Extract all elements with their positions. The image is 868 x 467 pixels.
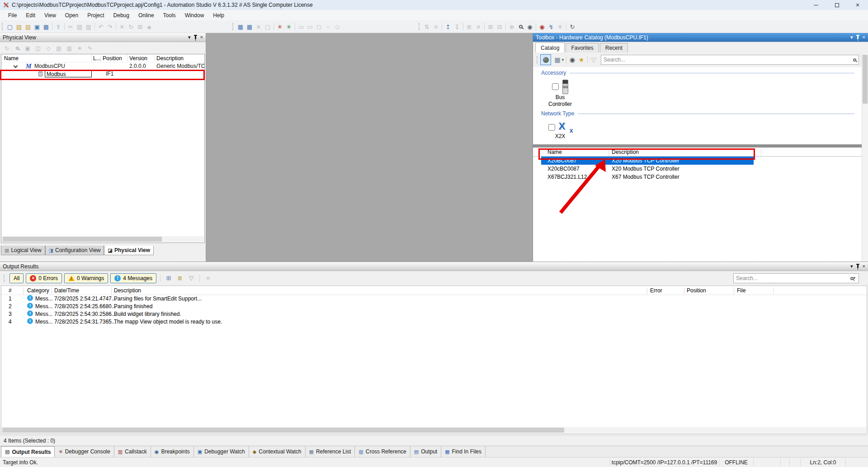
menu-project[interactable]: Project bbox=[83, 11, 108, 20]
tab-output[interactable]: ▤ Output bbox=[410, 446, 441, 457]
collapse-icon[interactable]: ⊟ bbox=[495, 22, 504, 31]
transfer-icon[interactable]: ⇧ bbox=[54, 22, 63, 31]
filter-clear-icon[interactable]: ▽ bbox=[187, 274, 196, 283]
power-icon[interactable]: ◉ bbox=[538, 22, 547, 31]
menu-edit[interactable]: Edit bbox=[21, 11, 40, 20]
tab-logical-view[interactable]: ▦ Logical View bbox=[1, 246, 45, 255]
x2x-checkbox[interactable] bbox=[548, 124, 555, 131]
shape-rect2-icon[interactable]: ▭ bbox=[306, 22, 315, 31]
column-error[interactable]: Error bbox=[650, 287, 662, 294]
catalog-item-bus-controller[interactable]: Bus Controller bbox=[544, 80, 576, 108]
menu-tools[interactable]: Tools bbox=[159, 11, 180, 20]
scrollbar-thumb[interactable] bbox=[2, 428, 564, 433]
move-down-icon[interactable]: ↧ bbox=[453, 22, 462, 31]
diamond-icon[interactable]: ◇ bbox=[44, 44, 53, 52]
panel-pin-icon[interactable] bbox=[195, 36, 196, 39]
force-icon[interactable]: ↯ bbox=[547, 22, 556, 31]
filter-warnings-button[interactable]: 0 Warnings bbox=[64, 273, 108, 283]
tab-debugger-watch[interactable]: ▣ Debugger Watch bbox=[194, 446, 249, 457]
list-icon[interactable]: ≡ bbox=[431, 22, 440, 31]
output-row-2[interactable]: 2 ! Mess... 7/28/2025 2:54:25.6680... Pa… bbox=[1, 303, 867, 310]
catalog-row-x67bcj321[interactable]: X67BCJ321.L12 X67 Modbus TCP Controller bbox=[541, 173, 754, 181]
tab-favorites[interactable]: Favorites bbox=[566, 43, 599, 52]
compare-icon[interactable]: ⊞ bbox=[136, 22, 145, 31]
column-position[interactable]: Position bbox=[687, 287, 706, 294]
menu-debug[interactable]: Debug bbox=[109, 11, 134, 20]
column-position[interactable]: Position bbox=[103, 55, 122, 62]
physical-view-header[interactable]: Physical View ▾ × bbox=[0, 33, 206, 42]
column-version[interactable]: Version bbox=[129, 55, 147, 62]
align-bottom-icon[interactable]: ≡ bbox=[474, 22, 483, 31]
close-button[interactable]: × bbox=[847, 0, 868, 10]
autoscroll-icon[interactable]: ≣ bbox=[175, 274, 184, 283]
target-icon[interactable]: ⊕ bbox=[507, 22, 516, 31]
favorite-add-icon[interactable]: ★ bbox=[577, 55, 586, 65]
bus-controller-icon[interactable] bbox=[562, 80, 568, 94]
vertical-scrollbar[interactable] bbox=[862, 53, 868, 262]
monitor-icon[interactable]: ◉ bbox=[525, 22, 534, 31]
column-category[interactable]: Category bbox=[27, 287, 49, 294]
menu-window[interactable]: Window bbox=[180, 11, 209, 20]
group-view-icon[interactable]: ▦ bbox=[553, 55, 562, 65]
search-icon[interactable] bbox=[13, 44, 22, 52]
tree-node-name[interactable]: ModbusCPU bbox=[34, 62, 65, 70]
close-view-icon[interactable]: ✕ bbox=[254, 22, 263, 31]
column-description[interactable]: Description bbox=[612, 149, 639, 155]
pencil-edit-icon[interactable]: ✎ bbox=[85, 44, 94, 52]
export-icon[interactable]: ⊞ bbox=[164, 274, 173, 283]
tree-row-modbus-interface[interactable]: IF1 bbox=[1, 70, 204, 79]
panel-close-icon[interactable]: × bbox=[863, 264, 865, 269]
shape-ellipse-icon[interactable]: ○ bbox=[324, 22, 333, 31]
shape-square-icon[interactable]: ◻ bbox=[315, 22, 324, 31]
column-l[interactable]: L... bbox=[93, 55, 101, 62]
new-project-icon[interactable]: ▢ bbox=[5, 22, 14, 31]
align-top-icon[interactable]: ≣ bbox=[465, 22, 474, 31]
column-description[interactable]: Description bbox=[156, 55, 184, 62]
save-icon[interactable]: ▣ bbox=[33, 22, 42, 31]
splitter-handle[interactable] bbox=[533, 144, 862, 148]
open-project-icon[interactable]: ▨ bbox=[14, 22, 24, 31]
file-search-icon[interactable]: ▥ bbox=[65, 44, 74, 52]
menu-help[interactable]: Help bbox=[208, 11, 229, 20]
scrollbar-thumb[interactable] bbox=[863, 55, 868, 104]
column-num[interactable]: # bbox=[9, 287, 12, 294]
search-icon[interactable] bbox=[853, 57, 856, 63]
tab-catalog[interactable]: Catalog bbox=[535, 43, 565, 52]
tab-output-results[interactable]: ▤ Output Results bbox=[1, 446, 55, 457]
tab-callstack[interactable]: ▥ Callstack bbox=[114, 446, 151, 457]
tab-recent[interactable]: Recent bbox=[600, 43, 628, 52]
grid-view-icon[interactable]: ▦ bbox=[245, 22, 254, 31]
panel-close-icon[interactable]: × bbox=[863, 35, 865, 40]
tab-debugger-console[interactable]: ✳ Debugger Console bbox=[55, 446, 114, 457]
module-icon[interactable]: ▣ bbox=[23, 44, 32, 52]
file-gear-icon[interactable]: ▤ bbox=[54, 44, 63, 52]
rename-edit-field[interactable] bbox=[45, 71, 92, 77]
move-up-icon[interactable]: ↥ bbox=[443, 22, 453, 31]
reconnect-icon[interactable]: ↻ bbox=[568, 22, 577, 31]
panel-menu-icon[interactable]: ▾ bbox=[850, 35, 853, 40]
maximize-button[interactable] bbox=[826, 0, 847, 10]
catalog-item-x2x[interactable]: Xx X2X bbox=[544, 120, 576, 140]
stamp-icon[interactable]: ◈ bbox=[145, 22, 154, 31]
refresh-icon[interactable]: ↻ bbox=[127, 22, 136, 31]
panel-menu-icon[interactable]: ▾ bbox=[188, 35, 191, 40]
panel-menu-icon[interactable]: ▾ bbox=[850, 264, 853, 269]
x2x-network-icon[interactable]: Xx bbox=[559, 120, 572, 133]
open-folder-icon[interactable]: ▧ bbox=[24, 22, 33, 31]
sort-icon[interactable]: ⇅ bbox=[422, 22, 431, 31]
gear-icon[interactable]: ✳ bbox=[75, 44, 84, 52]
menu-online[interactable]: Online bbox=[134, 11, 159, 20]
snapshot-icon[interactable]: ◉ bbox=[568, 55, 577, 65]
chevron-down-icon[interactable]: ▼ bbox=[561, 58, 565, 62]
delete-icon[interactable]: ✕ bbox=[118, 22, 127, 31]
copy-icon[interactable]: ▤ bbox=[75, 22, 84, 31]
tab-contextual-watch[interactable]: ◆ Contextual Watch bbox=[249, 446, 306, 457]
output-results-header[interactable]: Output Results ▾ × bbox=[0, 262, 868, 271]
undo-icon[interactable]: ↶ bbox=[96, 22, 105, 31]
tab-find-in-files[interactable]: ▦ Find In Files bbox=[441, 446, 486, 457]
redo-icon[interactable]: ↷ bbox=[105, 22, 114, 31]
cut-icon[interactable]: ✂ bbox=[66, 22, 75, 31]
scrollbar-thumb[interactable] bbox=[3, 237, 162, 242]
zoom-icon[interactable] bbox=[516, 22, 525, 31]
tab-physical-view[interactable]: ◪ Physical View bbox=[104, 246, 154, 255]
